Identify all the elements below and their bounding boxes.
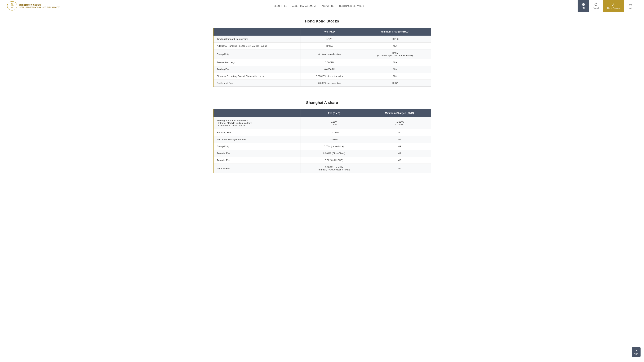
language-label: EN <box>582 7 585 9</box>
min-charge-cell: N/A <box>368 164 431 173</box>
search-icon <box>594 3 598 6</box>
table-row: Handling Fee0.00341%N/A <box>213 129 431 136</box>
table-row: Settlement Fee0.002% per executionHK$2 <box>213 80 431 87</box>
fee-cell: 0.001% (ChinaClear) <box>300 150 368 157</box>
user-icon <box>612 3 616 6</box>
min-charge-cell: N/A <box>368 157 431 164</box>
min-charge-cell: N/A <box>368 136 431 143</box>
logo-text-en: IMPERIUM INTERNATIONAL SECURITIES LIMITE… <box>19 6 60 8</box>
shanghai-col-min-charge: Minimum Charges (RMB) <box>368 109 431 117</box>
fee-cell: 0.1% of consideration <box>300 49 359 59</box>
login-label: Login <box>628 7 633 9</box>
hk-col-description <box>213 28 300 36</box>
fee-cell: 0.008% / monthly(on daily AUM, collect i… <box>300 164 368 173</box>
description-cell: Financial Reporting Council Transaction … <box>213 73 300 80</box>
min-charge-cell: N/A <box>359 73 431 80</box>
nav-about-iisl[interactable]: ABOUT IISL <box>322 5 334 7</box>
logo-text-zh: 帝國國際證券有限公司 <box>19 4 60 6</box>
min-charge-cell: RMB100RMB100 <box>368 117 431 129</box>
shanghai-title: Shanghai A share <box>213 100 431 105</box>
open-account-label: Open Account <box>607 7 620 9</box>
fee-cell: 0.25%0.25% <box>300 117 368 129</box>
min-charge-cell: N/A <box>368 129 431 136</box>
min-charge-cell: N/A <box>359 59 431 66</box>
search-label: Search <box>593 7 599 9</box>
svg-line-6 <box>597 5 598 6</box>
svg-text:帝國: 帝國 <box>11 7 13 8</box>
description-cell: Trading Fee <box>213 66 300 73</box>
table-row: Additional Handling Fee for Grey Market … <box>213 42 431 49</box>
svg-point-5 <box>595 3 597 5</box>
fee-cell: 0.25%^ <box>300 36 359 42</box>
shanghai-section: Shanghai A share Fee (RMB) Minimum Charg… <box>213 100 431 173</box>
fee-cell: 0.002% (HKSCC) <box>300 157 368 164</box>
header-actions: EN Search Open Account Login <box>578 0 637 12</box>
shanghai-col-fee: Fee (RMB) <box>300 109 368 117</box>
main-content: Hong Kong Stocks Fee (HKD) Minimum Charg… <box>210 12 435 197</box>
main-nav: SECURITIES ASSET MANAGEMENT ABOUT IISL C… <box>274 5 364 7</box>
description-cell: Handling Fee <box>213 129 300 136</box>
table-row: Stamp Duty0.1% of considerationHK$1(Roun… <box>213 49 431 59</box>
globe-icon <box>582 3 585 6</box>
login-button[interactable]: Login <box>624 0 637 12</box>
min-charge-cell: N/A <box>359 66 431 73</box>
shanghai-table: Fee (RMB) Minimum Charges (RMB) Trading … <box>213 109 431 173</box>
fee-cell: 0.05% (on sell side) <box>300 143 368 150</box>
table-row: Trading Standard Commission0.25%^HK$100 <box>213 36 431 42</box>
logo[interactable]: 龍 帝國 帝國國際證券有限公司 IMPERIUM INTERNATIONAL S… <box>7 1 60 11</box>
svg-text:龍: 龍 <box>10 2 14 6</box>
table-row: Portfolio Fee0.008% / monthly(on daily A… <box>213 164 431 173</box>
search-button[interactable]: Search <box>589 0 603 12</box>
table-row: Transaction Levy0.0027%N/A <box>213 59 431 66</box>
language-toggle[interactable]: EN <box>578 0 589 12</box>
open-account-button[interactable]: Open Account <box>603 0 624 12</box>
description-cell: Portfolio Fee <box>213 164 300 173</box>
hk-stocks-table: Fee (HKD) Minimum Charges (HKD) Trading … <box>213 28 431 87</box>
table-row: Securities Management Fee0.002%N/A <box>213 136 431 143</box>
hk-stocks-section: Hong Kong Stocks Fee (HKD) Minimum Charg… <box>213 19 431 87</box>
description-cell: Securities Management Fee <box>213 136 300 143</box>
min-charge-cell: N/A <box>368 150 431 157</box>
description-cell: Stamp Duty <box>213 143 300 150</box>
fee-cell: 0.00341% <box>300 129 368 136</box>
description-cell: Transaction Levy <box>213 59 300 66</box>
nav-customer-services[interactable]: CUSTOMER SERVICES <box>339 5 364 7</box>
hk-col-fee: Fee (HKD) <box>300 28 359 36</box>
min-charge-cell: HK$100 <box>359 36 431 42</box>
nav-securities[interactable]: SECURITIES <box>274 5 287 7</box>
fee-cell: 0.002% <box>300 136 368 143</box>
description-cell: Additional Handling Fee for Grey Market … <box>213 42 300 49</box>
svg-rect-8 <box>629 4 632 6</box>
hk-col-min-charge: Minimum Charges (HKD) <box>359 28 431 36</box>
shanghai-col-description <box>213 109 300 117</box>
table-row: Stamp Duty0.05% (on sell side)N/A <box>213 143 431 150</box>
description-cell: Trading Standard Commission <box>213 36 300 42</box>
description-cell: Stamp Duty <box>213 49 300 59</box>
hk-table-header-row: Fee (HKD) Minimum Charges (HKD) <box>213 28 431 36</box>
fee-cell: 0.00565% <box>300 66 359 73</box>
lock-icon <box>629 3 632 6</box>
min-charge-cell: N/A <box>359 42 431 49</box>
nav-asset-management[interactable]: ASSET MANAGEMENT <box>292 5 316 7</box>
hk-stocks-title: Hong Kong Stocks <box>213 19 431 23</box>
description-cell: Transfer Fee <box>213 157 300 164</box>
fee-cell: 0.00015% of consideration <box>300 73 359 80</box>
shanghai-table-header-row: Fee (RMB) Minimum Charges (RMB) <box>213 109 431 117</box>
description-cell: Transfer Fee <box>213 150 300 157</box>
logo-icon: 龍 帝國 <box>7 1 17 11</box>
site-header: 龍 帝國 帝國國際證券有限公司 IMPERIUM INTERNATIONAL S… <box>0 0 644 12</box>
table-row: Financial Reporting Council Transaction … <box>213 73 431 80</box>
table-row: Transfer Fee0.001% (ChinaClear)N/A <box>213 150 431 157</box>
description-cell: Trading Standard Commission- Internet / … <box>213 117 300 129</box>
table-row: Transfer Fee0.002% (HKSCC)N/A <box>213 157 431 164</box>
table-row: Trading Fee0.00565%N/A <box>213 66 431 73</box>
svg-point-7 <box>613 3 614 4</box>
fee-cell: HK$50 <box>300 42 359 49</box>
fee-cell: 0.0027% <box>300 59 359 66</box>
fee-cell: 0.002% per execution <box>300 80 359 87</box>
min-charge-cell: N/A <box>368 143 431 150</box>
description-cell: Settlement Fee <box>213 80 300 87</box>
table-row: Trading Standard Commission- Internet / … <box>213 117 431 129</box>
min-charge-cell: HK$1(Rounded up to the nearest dollar) <box>359 49 431 59</box>
min-charge-cell: HK$2 <box>359 80 431 87</box>
